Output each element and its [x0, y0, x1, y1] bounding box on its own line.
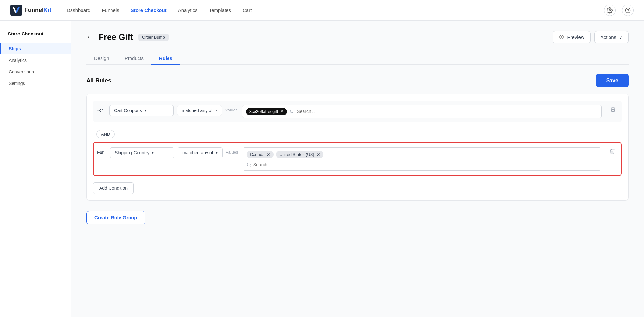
page-header-left: ← Free Gift Order Bump — [86, 32, 169, 42]
preview-button[interactable]: Preview — [553, 31, 590, 43]
nav-analytics[interactable]: Analytics — [178, 6, 197, 14]
create-rule-group-button[interactable]: Create Rule Group — [86, 211, 145, 224]
tab-rules[interactable]: Rules — [151, 52, 180, 65]
actions-label: Actions — [601, 34, 616, 40]
match-chevron-icon-2: ▾ — [216, 150, 218, 155]
match-select-1[interactable]: matched any of ▾ — [177, 105, 222, 116]
svg-rect-0 — [10, 5, 22, 16]
settings-icon-button[interactable] — [604, 5, 616, 16]
add-condition-button[interactable]: Add Condition — [93, 182, 134, 194]
sidebar: Store Checkout Steps Analytics Conversio… — [0, 21, 71, 317]
tag-us-close-icon[interactable]: ✕ — [316, 152, 320, 157]
tag-coupon-close-icon[interactable]: ✕ — [280, 109, 284, 114]
logo[interactable]: FunnelKit — [10, 5, 51, 16]
logo-icon — [10, 5, 22, 16]
main-content: ← Free Gift Order Bump Preview Actions ∨ — [71, 21, 644, 317]
values-input-2[interactable]: Canada ✕ United States (US) ✕ — [243, 147, 601, 171]
help-icon — [625, 7, 631, 13]
top-navigation: FunnelKit Dashboard Funnels Store Checko… — [0, 0, 644, 21]
rule-group: For Cart Coupons ▾ matched any of ▾ Valu… — [86, 94, 629, 201]
eye-icon — [559, 34, 564, 40]
gear-icon — [607, 7, 613, 14]
match-select-2[interactable]: matched any of ▾ — [178, 147, 223, 158]
tag-canada-close-icon[interactable]: ✕ — [266, 152, 270, 157]
tag-canada: Canada ✕ — [247, 151, 274, 158]
tag-us-text: United States (US) — [279, 152, 314, 157]
tag-coupon-text: 8ce2e9afreegift — [249, 109, 278, 114]
for-label-1: For — [96, 105, 106, 113]
tab-design[interactable]: Design — [86, 52, 117, 65]
condition-select-1[interactable]: Cart Coupons ▾ — [109, 105, 174, 116]
sidebar-item-steps[interactable]: Steps — [0, 43, 71, 54]
tab-products[interactable]: Products — [117, 52, 151, 65]
rules-header: All Rules Save — [86, 74, 629, 87]
values-input-1[interactable]: 8ce2e9afreegift ✕ — [242, 105, 602, 118]
page-title: Free Gift — [99, 32, 133, 42]
sidebar-item-conversions[interactable]: Conversions — [0, 66, 71, 78]
condition-select-2[interactable]: Shipping Country ▾ — [110, 147, 174, 158]
svg-point-7 — [247, 163, 250, 166]
nav-store-checkout[interactable]: Store Checkout — [131, 6, 167, 14]
svg-line-8 — [250, 166, 251, 167]
delete-row-2-button[interactable] — [607, 147, 618, 157]
rules-title: All Rules — [86, 77, 111, 84]
and-badge-container: AND — [93, 126, 622, 142]
condition-value-2: Shipping Country — [115, 150, 149, 155]
back-button[interactable]: ← — [86, 33, 93, 41]
main-layout: Store Checkout Steps Analytics Conversio… — [0, 21, 644, 317]
match-chevron-icon-1: ▾ — [215, 108, 217, 113]
sidebar-item-settings[interactable]: Settings — [0, 78, 71, 89]
logo-text: FunnelKit — [24, 7, 51, 14]
search-input-2[interactable] — [253, 162, 597, 167]
match-value-1: matched any of — [182, 108, 213, 113]
trash-icon-2 — [610, 149, 615, 154]
nav-funnels[interactable]: Funnels — [102, 6, 119, 14]
nav-icons — [604, 5, 634, 16]
search-row-2 — [247, 161, 597, 167]
actions-chevron-icon: ∨ — [619, 34, 622, 40]
values-label-1: Values — [225, 105, 239, 112]
condition-value-1: Cart Coupons — [114, 108, 142, 113]
tag-coupon: 8ce2e9afreegift ✕ — [246, 108, 287, 115]
svg-line-6 — [293, 112, 294, 113]
rule-row-1: For Cart Coupons ▾ matched any of ▾ Valu… — [93, 101, 622, 122]
save-button[interactable]: Save — [596, 74, 629, 87]
actions-button[interactable]: Actions ∨ — [594, 31, 629, 43]
svg-point-1 — [609, 9, 611, 11]
sidebar-item-analytics[interactable]: Analytics — [0, 54, 71, 66]
preview-label: Preview — [567, 34, 584, 40]
nav-links: Dashboard Funnels Store Checkout Analyti… — [67, 6, 604, 14]
tags-row-2: Canada ✕ United States (US) ✕ — [247, 151, 323, 158]
page-header: ← Free Gift Order Bump Preview Actions ∨ — [86, 31, 629, 43]
page-header-right: Preview Actions ∨ — [553, 31, 629, 43]
sidebar-title: Store Checkout — [0, 31, 71, 43]
tabs: Design Products Rules — [86, 52, 629, 65]
trash-icon-1 — [610, 106, 616, 112]
search-input-1[interactable] — [297, 109, 598, 114]
nav-templates[interactable]: Templates — [209, 6, 231, 14]
and-badge: AND — [96, 130, 115, 138]
tag-us: United States (US) ✕ — [276, 151, 323, 158]
match-value-2: matched any of — [182, 150, 213, 155]
order-bump-badge: Order Bump — [138, 34, 169, 41]
nav-dashboard[interactable]: Dashboard — [67, 6, 90, 14]
svg-point-5 — [290, 110, 293, 113]
search-icon-1 — [290, 109, 294, 114]
condition-chevron-icon-1: ▾ — [144, 108, 146, 113]
nav-cart[interactable]: Cart — [243, 6, 252, 14]
condition-chevron-icon-2: ▾ — [152, 150, 154, 155]
svg-point-4 — [561, 36, 562, 38]
help-icon-button[interactable] — [622, 5, 634, 16]
rule-row-2: For Shipping Country ▾ matched any of ▾ … — [93, 142, 622, 176]
values-label-2: Values — [226, 147, 239, 155]
delete-row-1-button[interactable] — [608, 105, 619, 115]
tag-canada-text: Canada — [250, 152, 265, 157]
search-icon-2 — [247, 162, 251, 167]
for-label-2: For — [97, 147, 107, 155]
